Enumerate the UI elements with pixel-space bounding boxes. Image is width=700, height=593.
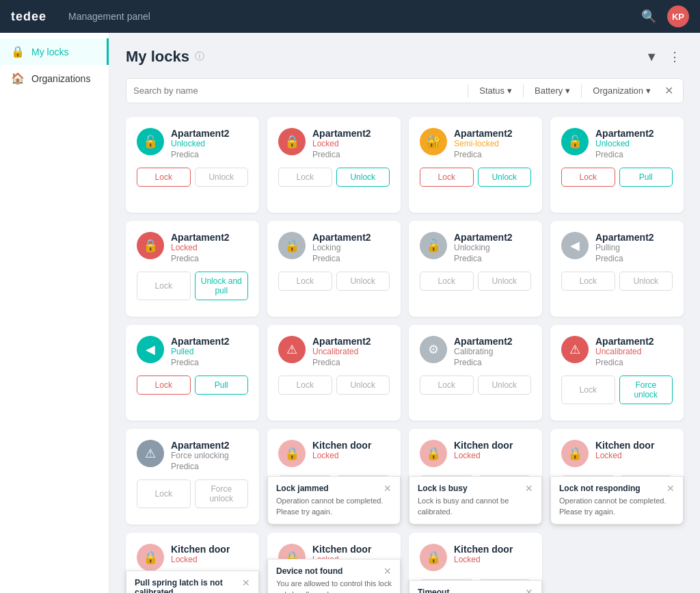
lock-action-button[interactable]: Lock (137, 479, 191, 508)
logo: tedee (11, 10, 46, 24)
lock-action-button[interactable]: Unlock (478, 168, 532, 187)
sidebar-item-organizations-label: Organizations (31, 73, 90, 84)
sidebar-item-organizations[interactable]: 🏠 Organizations (0, 65, 109, 92)
lock-action-button[interactable]: Unlock and pull (195, 272, 249, 300)
lock-card: 🔒 Kitchen door Locked Lock Unlock Pull s… (126, 533, 259, 593)
lock-card-header: 🔓 Apartament2 Unlocked Predica (137, 128, 248, 159)
lock-info: Apartament2 Pulled Predica (171, 336, 248, 367)
chevron-down-icon: ▾ (507, 85, 512, 96)
lock-avatar: 🔓 (420, 232, 447, 259)
lock-status: Force unlocking (171, 451, 248, 460)
lock-buttons: Lock Unlock (420, 168, 531, 187)
sidebar: 🔒 My locks 🏠 Organizations (0, 33, 109, 593)
lock-status: Uncalibrated (312, 347, 390, 356)
lock-avatar: ⚠ (137, 440, 164, 467)
main-content: My locks ⓘ ▼ ⋮ Status ▾ Battery ▾ Or (109, 33, 700, 593)
lock-action-button[interactable]: Lock (420, 375, 474, 395)
card-error-title: Pull spring latch is not calibrated (135, 578, 242, 593)
close-error-button[interactable]: ✕ (383, 484, 392, 493)
chevron-down-icon-2: ▾ (565, 85, 570, 96)
lock-card: 🔓 Apartament2 Unlocked Predica Lock Unlo… (126, 117, 259, 213)
lock-action-button[interactable]: Lock (561, 375, 615, 404)
organization-filter[interactable]: Organization ▾ (587, 83, 656, 98)
filter-divider-2 (523, 84, 524, 98)
search-input[interactable] (133, 85, 462, 96)
lock-card: 🔒 Kitchen door Locked Lock Unlock Lock n… (550, 429, 684, 525)
card-error-message: Operation cannot be completed. Please tr… (276, 496, 392, 517)
lock-info: Apartament2 Uncalibrated Predica (595, 336, 673, 367)
lock-avatar: 🔒 (137, 544, 164, 571)
lock-info: Kitchen door Locked (454, 544, 531, 566)
lock-status: Unlocked (171, 139, 248, 148)
lock-action-button[interactable]: Lock (420, 272, 474, 291)
lock-avatar: ◀ (137, 336, 164, 363)
lock-org: Predica (454, 150, 531, 159)
info-icon[interactable]: ⓘ (195, 51, 204, 63)
lock-action-button[interactable]: Unlock (336, 375, 390, 395)
lock-buttons: Lock Unlock (420, 375, 531, 395)
lock-action-button[interactable]: Pull (195, 375, 249, 395)
close-error-button[interactable]: ✕ (525, 588, 533, 593)
lock-card: 🔒 Kitchen door Locked Lock Unlock Timeou… (409, 533, 542, 593)
lock-info: Apartament2 Unlocked Predica (171, 128, 248, 159)
lock-action-button[interactable]: Lock (561, 168, 615, 187)
lock-name: Kitchen door (454, 544, 531, 555)
close-error-button[interactable]: ✕ (242, 578, 250, 588)
lock-action-button[interactable]: Unlock (478, 272, 532, 291)
clear-filters-button[interactable]: ✕ (662, 83, 676, 98)
more-icon[interactable]: ⋮ (666, 47, 684, 67)
lock-card-header: 🔐 Apartament2 Semi-locked Predica (420, 128, 531, 159)
user-avatar[interactable]: KP (667, 5, 689, 27)
lock-card: 🔒 Kitchen door Locked Lock Unlock Device… (267, 533, 401, 593)
battery-filter[interactable]: Battery ▾ (529, 83, 576, 98)
lock-card-header: 🔒 Kitchen door Locked (420, 544, 531, 571)
lock-action-button[interactable]: Unlock (478, 375, 532, 395)
sidebar-item-my-locks[interactable]: 🔒 My locks (0, 38, 109, 65)
lock-name: Apartament2 (454, 336, 531, 347)
lock-action-button[interactable]: Lock (561, 272, 615, 291)
lock-action-button[interactable]: Lock (137, 168, 191, 187)
filter-icon[interactable]: ▼ (643, 47, 660, 67)
close-error-button[interactable]: ✕ (667, 484, 675, 493)
lock-org: Predica (595, 150, 673, 159)
lock-buttons: Lock Pull (561, 168, 673, 187)
lock-card-header: ⚠ Apartament2 Force unlocking Predica (137, 440, 248, 471)
card-error-header: Lock jammed ✕ (276, 484, 392, 493)
lock-action-button[interactable]: Lock (278, 168, 332, 187)
lock-action-button[interactable]: Unlock (336, 272, 390, 291)
lock-action-button[interactable]: Pull (619, 168, 673, 187)
search-icon[interactable]: 🔍 (641, 9, 656, 24)
lock-action-button[interactable]: Lock (278, 272, 332, 291)
lock-card: 🔒 Apartament2 Locked Predica Lock Unlock… (126, 221, 259, 317)
lock-action-button[interactable]: Lock (420, 168, 474, 187)
lock-card-header: 🔒 Apartament2 Locked Predica (278, 128, 390, 159)
lock-action-button[interactable]: Lock (137, 375, 191, 395)
close-error-button[interactable]: ✕ (383, 566, 392, 576)
card-error-message: Operation cannot be completed. Please tr… (559, 496, 675, 517)
lock-buttons: Lock Unlock (278, 375, 390, 395)
lock-action-button[interactable]: Force unlock (195, 479, 249, 508)
lock-name: Kitchen door (312, 440, 390, 451)
page-header-left: My locks ⓘ (126, 48, 204, 66)
lock-status: Calibrating (454, 347, 531, 356)
lock-card-header: ◀ Apartament2 Pulling Predica (561, 232, 673, 263)
lock-action-button[interactable]: Lock (137, 272, 191, 300)
close-error-button[interactable]: ✕ (525, 484, 533, 493)
card-error: Pull spring latch is not calibrated ✕ To… (126, 570, 259, 593)
lock-action-button[interactable]: Unlock (336, 168, 390, 187)
lock-org: Predica (171, 254, 248, 263)
lock-org: Predica (312, 358, 390, 367)
lock-action-button[interactable]: Unlock (619, 272, 673, 291)
lock-action-button[interactable]: Force unlock (619, 375, 673, 404)
card-error: Lock not responding ✕ Operation cannot b… (550, 476, 684, 525)
lock-status: Unlocking (454, 243, 531, 252)
lock-info: Apartament2 Unlocking Predica (454, 232, 531, 263)
lock-action-button[interactable]: Unlock (195, 168, 249, 187)
lock-info: Apartament2 Unlocked Predica (595, 128, 673, 159)
status-filter[interactable]: Status ▾ (474, 83, 517, 98)
lock-card-header: 🔒 Kitchen door Locked (137, 544, 248, 571)
lock-info: Apartament2 Calibrating Predica (454, 336, 531, 367)
lock-action-button[interactable]: Lock (278, 375, 332, 395)
lock-avatar: 🔒 (420, 440, 447, 467)
lock-name: Apartament2 (454, 128, 531, 139)
